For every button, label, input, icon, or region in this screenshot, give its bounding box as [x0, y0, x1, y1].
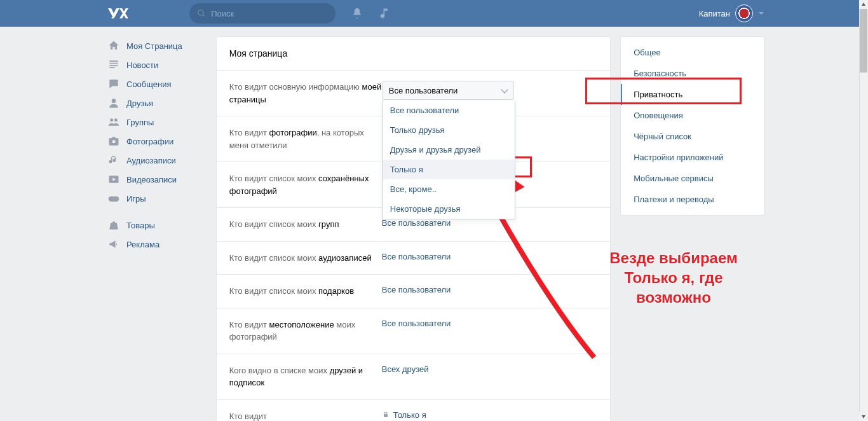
- main-title: Моя страница: [217, 37, 610, 71]
- scroll-thumb[interactable]: [860, 9, 867, 72]
- header-icons: [351, 7, 391, 20]
- chevron-down-icon: [501, 86, 508, 93]
- nav-label: Товары: [126, 221, 155, 230]
- music-icon[interactable]: [379, 7, 391, 20]
- user-name: Капитан: [699, 9, 730, 18]
- chevron-down-icon: [758, 10, 764, 17]
- svg-point-1: [110, 118, 113, 121]
- row-value[interactable]: Только я: [382, 410, 426, 420]
- dropdown-menu: Все пользователиТолько друзьяДрузья и др…: [382, 100, 515, 219]
- row-label: Кто видит местоположение моих фотографий: [229, 319, 382, 343]
- svg-rect-5: [112, 137, 116, 139]
- main-panel: Моя страница Кто видит основную информац…: [216, 36, 611, 421]
- nav-label: Аудиозаписи: [126, 156, 176, 165]
- news-icon: [107, 59, 120, 71]
- row-label: Кто видит список моих сохранённых фотогр…: [229, 172, 382, 197]
- row-value[interactable]: Все пользователи: [382, 319, 451, 328]
- user-menu[interactable]: Капитан: [699, 4, 764, 22]
- header-bar: Капитан: [0, 0, 868, 27]
- ads-icon: [107, 238, 120, 251]
- settings-tab[interactable]: Оповещения: [621, 105, 764, 126]
- settings-tab[interactable]: Приватность: [621, 84, 764, 105]
- privacy-row: Кто видитТолько я: [217, 400, 610, 422]
- nav-label: Сообщения: [126, 79, 172, 89]
- row-label: Кто видит основную информацию моей стран…: [229, 81, 382, 106]
- search-box[interactable]: [189, 3, 336, 24]
- nav-item-market[interactable]: Товары: [104, 216, 207, 235]
- friends-icon: [107, 97, 120, 109]
- bell-icon[interactable]: [351, 7, 363, 20]
- dropdown-option[interactable]: Некоторые друзья: [383, 199, 515, 219]
- settings-tab[interactable]: Общее: [621, 42, 764, 63]
- row-label: Кого видно в списке моих друзей и подпис…: [229, 364, 382, 389]
- row-value[interactable]: Всех друзей: [382, 364, 429, 374]
- scroll-up-icon[interactable]: [859, 0, 868, 9]
- dropdown-option[interactable]: Все пользователи: [383, 100, 515, 120]
- video-icon: [107, 173, 120, 186]
- photos-icon: [107, 135, 120, 148]
- dropdown-option[interactable]: Только друзья: [383, 120, 515, 140]
- dropdown-option[interactable]: Все, кроме..: [383, 179, 515, 199]
- nav-label: Друзья: [126, 99, 153, 108]
- sidebar: Моя СтраницаНовостиСообщенияДрузьяГруппы…: [104, 36, 207, 254]
- privacy-row: Кто видит местоположение моих фотографий…: [217, 308, 610, 354]
- nav-item-home[interactable]: Моя Страница: [104, 36, 207, 55]
- search-icon: [197, 8, 206, 18]
- settings-tab[interactable]: Мобильные сервисы: [621, 168, 764, 189]
- nav-item-photos[interactable]: Фотографии: [104, 132, 207, 151]
- settings-tab[interactable]: Чёрный список: [621, 126, 764, 147]
- search-input[interactable]: [211, 9, 328, 18]
- nav-label: Фотографии: [126, 137, 173, 146]
- dropdown-option[interactable]: Друзья и друзья друзей: [383, 140, 515, 160]
- row-label: Кто видит: [229, 410, 382, 422]
- row-value[interactable]: Все пользователи: [382, 252, 451, 261]
- privacy-row: Кто видит список моих аудиозаписейВсе по…: [217, 242, 610, 275]
- svg-point-4: [112, 140, 116, 143]
- nav-label: Группы: [126, 118, 154, 127]
- nav-item-news[interactable]: Новости: [104, 55, 207, 74]
- vk-logo[interactable]: [104, 0, 189, 27]
- settings-tab[interactable]: Настройки приложений: [621, 147, 764, 168]
- nav-item-music[interactable]: Аудиозаписи: [104, 151, 207, 170]
- nav-label: Видеозаписи: [126, 175, 177, 184]
- nav-label: Игры: [126, 194, 146, 204]
- lock-icon: [382, 411, 390, 418]
- home-icon: [107, 39, 120, 52]
- market-icon: [107, 219, 120, 231]
- nav-item-msg[interactable]: Сообщения: [104, 74, 207, 93]
- row-label: Кто видит фотографии, на которых меня от…: [229, 127, 382, 151]
- games-icon: [107, 192, 120, 205]
- svg-point-0: [112, 99, 116, 103]
- row-value[interactable]: Все пользователи: [382, 218, 451, 228]
- nav-item-video[interactable]: Видеозаписи: [104, 170, 207, 189]
- music-icon: [107, 154, 120, 167]
- settings-tab[interactable]: Безопасность: [621, 63, 764, 84]
- settings-nav: ОбщееБезопасностьПриватностьОповещенияЧё…: [620, 36, 764, 216]
- scroll-down-icon[interactable]: [859, 412, 868, 421]
- row-label: Кто видит список моих групп: [229, 218, 382, 231]
- row-value[interactable]: Все пользователи: [382, 285, 451, 294]
- nav-item-ads[interactable]: Реклама: [104, 235, 207, 254]
- groups-icon: [107, 116, 120, 128]
- privacy-row: Кого видно в списке моих друзей и подпис…: [217, 354, 610, 400]
- nav-item-friends[interactable]: Друзья: [104, 93, 207, 113]
- nav-label: Новости: [126, 60, 158, 70]
- nav-label: Моя Страница: [126, 41, 182, 51]
- privacy-row: Кто видит основную информацию моей стран…: [217, 71, 610, 116]
- scrollbar[interactable]: [859, 0, 868, 421]
- svg-point-2: [114, 118, 118, 121]
- row-label: Кто видит список моих аудиозаписей: [229, 252, 382, 265]
- avatar: [735, 4, 753, 22]
- dropdown-option[interactable]: Только я: [383, 160, 515, 179]
- settings-tab[interactable]: Платежи и переводы: [621, 189, 764, 210]
- msg-icon: [107, 78, 120, 90]
- nav-item-groups[interactable]: Группы: [104, 113, 207, 132]
- nav-item-games[interactable]: Игры: [104, 189, 207, 208]
- nav-label: Реклама: [126, 240, 159, 249]
- privacy-row: Кто видит список моих подарковВсе пользо…: [217, 275, 610, 308]
- row-label: Кто видит список моих подарков: [229, 285, 382, 298]
- select-value: Все пользователи: [389, 86, 458, 95]
- privacy-select[interactable]: Все пользователиВсе пользователиТолько д…: [382, 81, 514, 100]
